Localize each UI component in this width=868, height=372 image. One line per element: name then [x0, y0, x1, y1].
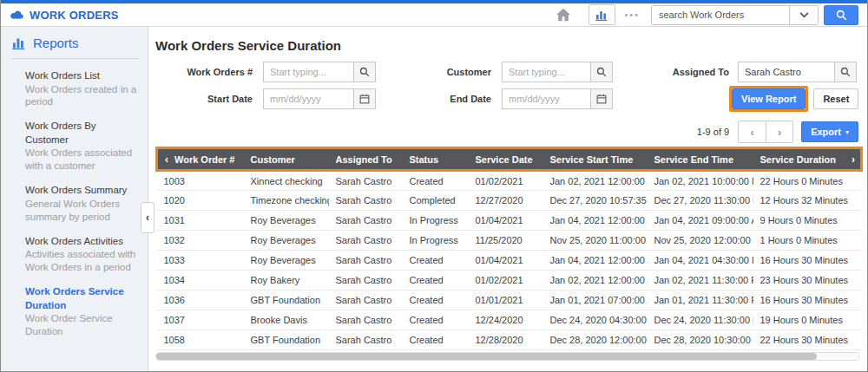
table-row[interactable]: 1020Timezone checkingSarah CastroComplet…: [157, 191, 862, 211]
column-header-service-date[interactable]: Service Date: [469, 148, 543, 171]
app-header: WORK ORDERS •••: [1, 3, 867, 27]
search-submit-button[interactable]: [824, 5, 858, 25]
sidebar-item-work-orders-list[interactable]: Work Orders ListWork Orders created in a…: [25, 69, 137, 108]
sidebar-item-desc: Work Order Service Duration: [25, 312, 137, 338]
table-row[interactable]: 1036GBT FoundationSarah CastroCreated01/…: [157, 290, 862, 310]
bar-chart-icon: [12, 36, 27, 49]
end-date-label: End Date: [376, 94, 491, 104]
column-header-service-duration[interactable]: Service Duration›: [753, 148, 862, 171]
end-date-input[interactable]: [502, 88, 590, 109]
sidebar-item-title: Work Orders By Customer: [25, 120, 137, 147]
cell-work-order: 1058: [157, 330, 244, 350]
assigned-to-input[interactable]: [738, 62, 834, 82]
column-header-service-end-time[interactable]: Service End Time: [648, 148, 753, 171]
app-logo[interactable]: WORK ORDERS: [10, 9, 119, 22]
collapse-chevron-icon: ‹: [146, 212, 149, 224]
cell-service-end-time: Dec 27, 2020 11:30:00 PM: [648, 191, 753, 211]
global-search-input[interactable]: [652, 6, 789, 24]
end-date-calendar-icon[interactable]: [590, 88, 613, 109]
table-row[interactable]: 1058GBT FoundationSarah CastroCreated12/…: [157, 330, 862, 350]
cell-status: Created: [403, 251, 469, 271]
column-header-status[interactable]: Status: [403, 148, 469, 171]
cell-work-order: 1033: [157, 251, 244, 271]
cell-work-order: 1020: [157, 191, 244, 211]
reports-nav-icon[interactable]: [589, 4, 615, 25]
work-orders-input[interactable]: [263, 62, 353, 82]
cell-assigned-to: Sarah Castro: [329, 211, 403, 231]
search-scope-dropdown[interactable]: [789, 6, 818, 24]
pagination-bar: 1-9 of 9 ‹ › Export▾: [155, 121, 858, 142]
export-button[interactable]: Export▾: [801, 121, 858, 142]
customer-label: Customer: [376, 67, 491, 77]
cell-status: Created: [403, 271, 469, 290]
filter-panel: Work Orders # Customer Assigned To: [155, 62, 867, 109]
sidebar-item-work-orders-by-customer[interactable]: Work Orders By CustomerWork Orders assoc…: [25, 120, 137, 173]
cell-service-start-time: Nov 25, 2020 11:00:00 AM: [543, 231, 648, 251]
sidebar-collapse-handle[interactable]: ‹: [141, 202, 155, 233]
cell-service-date: 12/27/2020: [469, 191, 543, 211]
cell-assigned-to: Sarah Castro: [329, 271, 403, 290]
sidebar-item-desc: General Work Orders summary by period: [25, 198, 137, 224]
cell-service-date: 11/25/2020: [469, 231, 543, 251]
cell-work-order: 1037: [157, 310, 244, 330]
sidebar-item-title: Work Orders Service Duration: [25, 285, 137, 312]
table-row[interactable]: 1037Brooke DavisSarah CastroCreated12/24…: [157, 310, 862, 330]
prev-page-button[interactable]: ‹: [739, 121, 766, 142]
cell-service-start-time: Jan 01, 2021 07:00:00 AM: [543, 290, 648, 310]
assigned-to-search-icon[interactable]: [834, 62, 857, 82]
column-header-assigned-to[interactable]: Assigned To: [329, 148, 403, 171]
scroll-left-icon[interactable]: ‹: [165, 153, 168, 166]
sidebar-list: Work Orders ListWork Orders created in a…: [1, 59, 148, 338]
more-apps-icon[interactable]: •••: [624, 10, 640, 20]
global-search: [651, 5, 819, 25]
cell-work-order: 1032: [157, 231, 244, 251]
cell-service-date: 12/24/2020: [469, 310, 543, 330]
cell-status: Completed: [403, 191, 469, 211]
work-orders-table: ‹Work Order #CustomerAssigned ToStatusSe…: [155, 147, 863, 350]
horizontal-scrollbar[interactable]: [155, 352, 860, 361]
next-page-button[interactable]: ›: [766, 121, 792, 142]
customer-input[interactable]: [502, 62, 590, 82]
cell-status: In Progress: [403, 231, 469, 251]
cell-assigned-to: Sarah Castro: [329, 290, 403, 310]
column-header-service-start-time[interactable]: Service Start Time: [543, 148, 648, 171]
reset-button[interactable]: Reset: [813, 88, 858, 109]
cell-service-date: 01/04/2021: [469, 211, 543, 231]
table-row[interactable]: 1032Roy BeveragesSarah CastroIn Progress…: [157, 231, 862, 251]
customer-search-icon[interactable]: [590, 62, 613, 82]
cell-status: Created: [403, 310, 469, 330]
start-date-input[interactable]: [263, 88, 353, 109]
sidebar-header: Reports: [12, 36, 139, 59]
column-header-customer[interactable]: Customer: [244, 148, 329, 171]
cell-service-end-time: Jan 04, 2021 09:00:00 AM: [648, 211, 753, 231]
cell-service-start-time: Dec 27, 2020 10:57:35 AM: [543, 191, 648, 211]
work-orders-search-icon[interactable]: [353, 62, 376, 82]
sidebar-item-work-orders-summary[interactable]: Work Orders SummaryGeneral Work Orders s…: [25, 184, 137, 223]
cell-service-end-time: Nov 25, 2020 12:00:00 PM: [648, 231, 753, 251]
view-report-button[interactable]: View Report: [732, 88, 806, 109]
table-row[interactable]: 1034Roy BakerySarah CastroCreated01/02/2…: [157, 271, 862, 290]
cell-work-order: 1036: [157, 290, 244, 310]
sidebar-item-work-orders-service-duration[interactable]: Work Orders Service DurationWork Order S…: [25, 285, 137, 338]
cell-status: Created: [403, 330, 469, 350]
cell-assigned-to: Sarah Castro: [329, 310, 403, 330]
sidebar-item-desc: Work Orders associated with a customer: [25, 147, 137, 173]
sidebar-item-work-orders-activities[interactable]: Work Orders ActivitiesActivities associa…: [25, 235, 137, 274]
table-row[interactable]: 1033Roy BeveragesSarah CastroCreated01/0…: [157, 251, 862, 271]
export-caret-icon: ▾: [845, 128, 849, 136]
reports-sidebar: Reports Work Orders ListWork Orders crea…: [1, 27, 148, 371]
sidebar-item-desc: Activities associated with Work Orders i…: [25, 248, 137, 274]
cell-service-duration: 22 Hours 30 Minutes: [753, 330, 862, 350]
cell-service-date: 01/02/2021: [469, 171, 543, 191]
table-row[interactable]: 1031Roy BeveragesSarah CastroIn Progress…: [157, 211, 862, 231]
cell-service-end-time: Jan 02, 2021 11:30:00 PM: [648, 271, 753, 290]
table-row[interactable]: 1003Xinnect checkingSarah CastroCreated0…: [157, 171, 862, 191]
scroll-right-icon[interactable]: ›: [852, 153, 855, 166]
start-date-calendar-icon[interactable]: [353, 88, 376, 109]
column-header-work-order[interactable]: ‹Work Order #: [157, 148, 244, 171]
cell-customer: Roy Beverages: [244, 231, 329, 251]
start-date-label: Start Date: [155, 94, 253, 104]
view-report-highlight: View Report: [729, 86, 808, 112]
horizontal-scrollbar-thumb[interactable]: [156, 353, 817, 360]
home-icon[interactable]: [550, 4, 576, 25]
